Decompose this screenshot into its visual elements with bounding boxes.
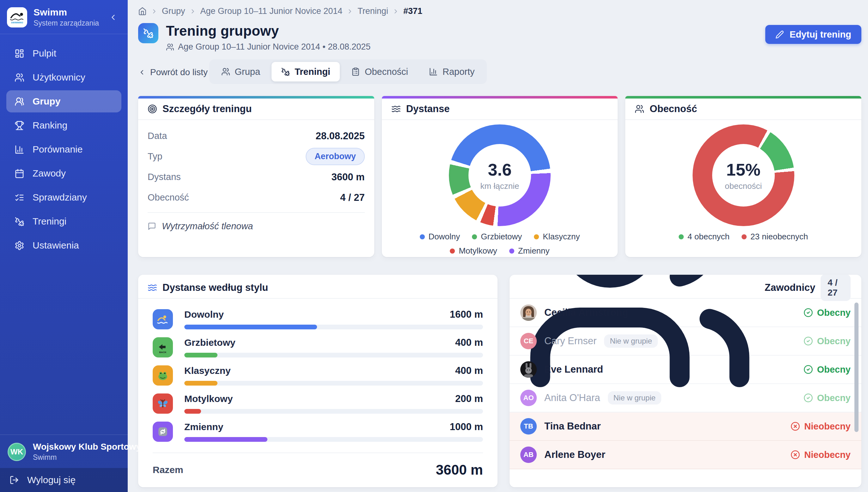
player-status-absent: Nieobecny xyxy=(791,421,851,432)
group-icon xyxy=(15,97,24,106)
chevron-right-icon xyxy=(189,8,196,15)
attendance-percent-value: 15% xyxy=(726,160,760,179)
tab-grupa[interactable]: Grupa xyxy=(212,62,270,81)
breadcrumb-treningi[interactable]: Treningi xyxy=(357,6,388,16)
x-circle-icon xyxy=(791,450,800,460)
tab-label: Raporty xyxy=(443,67,475,77)
butterfly-icon xyxy=(153,393,173,414)
tab-raporty[interactable]: Raporty xyxy=(419,62,484,81)
legend-dot xyxy=(450,248,455,253)
tab-label: Treningi xyxy=(295,67,330,77)
attendance-donut-chart: 15% obecności xyxy=(693,124,794,226)
sidebar-footer: WK Wojskowy Klub Sportowy ... Swimm Wylo… xyxy=(0,435,128,492)
chevron-right-icon xyxy=(151,8,158,15)
tab-treningi[interactable]: Treningi xyxy=(272,62,340,81)
brand-header: SWIMMING Swimm System zarządzania xyxy=(0,0,128,34)
sidebar-item-sprawdziany[interactable]: Sprawdziany xyxy=(6,186,121,208)
style-distances-header: Dystanse według stylu xyxy=(138,275,497,299)
legend-dot xyxy=(472,234,477,239)
sidebar-item-label: Zawody xyxy=(32,168,66,179)
donut-center-label: 15% obecności xyxy=(693,124,794,226)
details-divider xyxy=(148,212,365,213)
players-card-header: Zawodnicy 4 / 27 xyxy=(510,275,861,299)
sidebar-item-porownanie[interactable]: Porównanie xyxy=(6,138,121,161)
legend-dot xyxy=(679,234,684,239)
edit-training-label: Edytuj trening xyxy=(790,29,851,40)
sidebar-item-ranking[interactable]: Ranking xyxy=(6,114,121,137)
breadcrumb-current: #371 xyxy=(403,6,422,16)
detail-row-dystans: Dystans 3600 m xyxy=(148,167,365,187)
home-icon[interactable] xyxy=(138,7,147,16)
stats-cards-row: Szczegóły treningu Data 28.08.2025 Typ A… xyxy=(138,96,861,257)
player-status-present: Obecny xyxy=(803,393,851,403)
attendance-percent-label: obecności xyxy=(725,181,762,191)
freestyle-icon xyxy=(153,309,173,329)
tab-obecnosci[interactable]: Obecności xyxy=(342,62,418,81)
dumbbell-icon xyxy=(15,217,24,226)
sidebar-item-label: Porównanie xyxy=(32,144,83,155)
sidebar-item-uzytkownicy[interactable]: Użytkownicy xyxy=(6,66,121,89)
total-km-value: 3.6 xyxy=(488,160,512,179)
calendar-icon xyxy=(15,169,24,178)
style-name: Motylkowy xyxy=(184,393,233,404)
sidebar-item-grupy[interactable]: Grupy xyxy=(6,90,121,113)
style-name: Dowolny xyxy=(184,309,224,320)
target-icon xyxy=(148,104,157,114)
sidebar-item-zawody[interactable]: Zawody xyxy=(6,162,121,184)
player-photo-avatar xyxy=(520,361,537,378)
breadcrumb-grupy[interactable]: Grupy xyxy=(162,6,185,16)
players-scrollbar[interactable] xyxy=(854,302,859,432)
style-value: 400 m xyxy=(455,365,483,376)
back-to-list-link[interactable]: Powrót do listy xyxy=(138,67,208,77)
sidebar-collapse-button[interactable] xyxy=(106,10,120,24)
attendance-card-header: Obecność xyxy=(625,96,861,120)
sidebar-item-pulpit[interactable]: Pulpit xyxy=(6,42,121,65)
player-row-tina[interactable]: TB Tina Bednar Nieobecny xyxy=(510,412,861,441)
training-details-card: Szczegóły treningu Data 28.08.2025 Typ A… xyxy=(138,96,374,257)
style-name: Zmienny xyxy=(184,422,223,432)
bar-chart-icon xyxy=(15,145,24,154)
bar-chart-icon xyxy=(429,67,438,76)
check-circle-icon xyxy=(803,365,813,374)
player-row-arlene[interactable]: AB Arlene Boyer Nieobecny xyxy=(510,441,861,469)
style-progress-track xyxy=(184,325,483,329)
sidebar-item-label: Pulpit xyxy=(32,48,56,59)
tab-label: Obecności xyxy=(365,67,408,77)
edit-training-button[interactable]: Edytuj trening xyxy=(765,25,861,44)
sidebar-item-label: Sprawdziany xyxy=(32,192,87,203)
style-row-dowolny: Dowolny 1600 m xyxy=(153,309,483,329)
club-account-row[interactable]: WK Wojskowy Klub Sportowy ... Swimm xyxy=(0,435,128,468)
page-subtitle-text: Age Group 10–11 Junior Novice 2014 • 28.… xyxy=(178,42,371,52)
details-card-header: Szczegóły treningu xyxy=(138,96,374,120)
player-initials-avatar: AO xyxy=(520,390,537,406)
style-progress-track xyxy=(184,409,483,414)
logout-button[interactable]: Wyloguj się xyxy=(0,468,128,492)
detail-row-typ: Typ Aerobowy xyxy=(148,146,365,167)
sidebar-item-ustawienia[interactable]: Ustawienia xyxy=(6,234,121,256)
users-icon xyxy=(15,73,24,82)
breadcrumb-group-name[interactable]: Age Group 10–11 Junior Novice 2014 xyxy=(201,6,343,16)
detail-row-obecnosc: Obecność 4 / 27 xyxy=(148,187,365,208)
dumbbell-icon xyxy=(281,67,290,76)
distances-card: Dystanse 3.6 km łącznie Dowolny Grzbieto… xyxy=(382,96,618,257)
sidebar-item-label: Treningi xyxy=(32,216,66,227)
swimm-logo: SWIMMING xyxy=(7,7,27,27)
detail-row-data: Data 28.08.2025 xyxy=(148,126,365,146)
dumbbell-icon xyxy=(143,28,154,39)
logout-icon xyxy=(9,475,19,485)
not-in-group-tag: Nie w grupie xyxy=(608,391,661,404)
chevron-left-icon xyxy=(138,69,146,76)
player-status-present: Obecny xyxy=(803,364,851,375)
page-subtitle: Age Group 10–11 Junior Novice 2014 • 28.… xyxy=(166,42,371,52)
total-km-label: km łącznie xyxy=(480,181,519,191)
distance-donut-chart: 3.6 km łącznie xyxy=(449,124,550,226)
player-status-present: Obecny xyxy=(803,336,851,346)
chevron-left-icon xyxy=(109,13,118,22)
style-progress-fill xyxy=(184,381,217,386)
style-value: 200 m xyxy=(455,393,483,404)
distances-card-title: Dystanse xyxy=(406,103,450,115)
x-circle-icon xyxy=(791,422,800,431)
sidebar-item-treningi[interactable]: Treningi xyxy=(6,210,121,232)
style-value: 400 m xyxy=(455,337,483,348)
breadcrumb: Grupy Age Group 10–11 Junior Novice 2014… xyxy=(138,6,861,16)
